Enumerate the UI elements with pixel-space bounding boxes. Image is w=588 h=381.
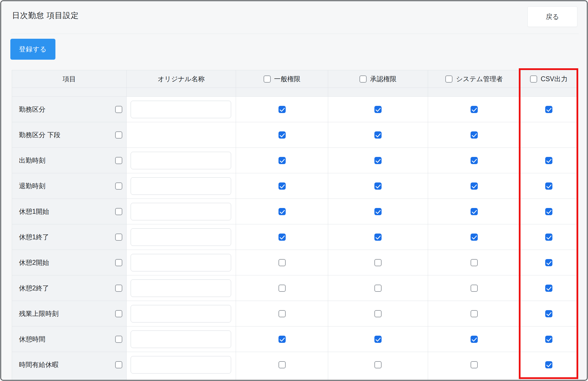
csv-output-checkbox[interactable] <box>545 285 552 292</box>
approval-permission-checkbox[interactable] <box>374 234 382 241</box>
csv-output-cell <box>521 97 577 122</box>
row-select-checkbox[interactable] <box>115 157 122 164</box>
csv-output-checkbox[interactable] <box>545 336 552 343</box>
original-name-input[interactable] <box>131 254 231 271</box>
approval-permission-checkbox[interactable] <box>374 259 382 266</box>
general-permission-checkbox[interactable] <box>278 336 286 343</box>
item-label: 時間有給休暇 <box>19 360 59 369</box>
csv-output-checkbox[interactable] <box>545 157 552 164</box>
table-row: 時間有給休暇 <box>12 352 577 378</box>
general-permission-checkbox[interactable] <box>278 208 286 215</box>
row-select-checkbox[interactable] <box>115 285 122 292</box>
original-name-input[interactable] <box>131 177 231 195</box>
system-admin-checkbox[interactable] <box>471 361 478 368</box>
system-admin-checkbox[interactable] <box>471 285 478 292</box>
system-admin-checkbox[interactable] <box>471 259 478 266</box>
csv-output-checkbox[interactable] <box>545 259 552 266</box>
original-name-input[interactable] <box>131 101 231 118</box>
system-admin-checkbox[interactable] <box>471 131 478 139</box>
system-admin-checkbox[interactable] <box>471 310 478 317</box>
system-admin-checkbox[interactable] <box>471 234 478 241</box>
row-select-checkbox[interactable] <box>115 234 122 241</box>
general-permission-checkbox[interactable] <box>278 234 286 241</box>
item-cell: 休憩1開始 <box>12 199 127 224</box>
row-select-checkbox[interactable] <box>115 361 122 368</box>
general-permission-checkbox[interactable] <box>278 106 286 113</box>
item-label: 残業上限時刻 <box>19 309 59 318</box>
approval-permission-checkbox[interactable] <box>374 285 382 292</box>
item-cell: 勤務区分 <box>12 97 127 122</box>
system-admin-checkbox[interactable] <box>471 182 478 190</box>
item-label: 休憩2終了 <box>19 284 49 293</box>
approval-permission-checkbox[interactable] <box>374 208 382 215</box>
general-permission-checkbox[interactable] <box>278 285 286 292</box>
original-name-input[interactable] <box>131 203 231 220</box>
system-admin-checkbox[interactable] <box>471 208 478 215</box>
system-admin-checkbox[interactable] <box>471 336 478 343</box>
original-name-input[interactable] <box>131 279 231 297</box>
row-select-checkbox[interactable] <box>115 259 122 266</box>
csv-output-cell <box>521 148 577 173</box>
table-row: 残業上限時刻 <box>12 301 577 326</box>
row-select-checkbox[interactable] <box>115 336 122 343</box>
original-name-input[interactable] <box>131 228 231 246</box>
row-select-checkbox[interactable] <box>115 310 122 317</box>
row-select-checkbox[interactable] <box>115 208 122 215</box>
approval-permission-checkbox[interactable] <box>374 157 382 164</box>
item-cell: 休憩1終了 <box>12 224 127 250</box>
system-admin-checkbox[interactable] <box>471 157 478 164</box>
original-name-input[interactable] <box>131 152 231 169</box>
approval-permission-cell <box>328 250 428 275</box>
csv-output-cell <box>521 173 577 199</box>
table-row: 休憩時間 <box>12 326 577 352</box>
approval-permission-checkbox[interactable] <box>374 361 382 368</box>
csv-output-checkbox[interactable] <box>545 361 552 368</box>
general-permission-cell <box>236 224 328 250</box>
approval-permission-checkbox[interactable] <box>374 310 382 317</box>
row-select-checkbox[interactable] <box>115 182 122 190</box>
system-admin-checkbox[interactable] <box>471 106 478 113</box>
select-all-sysadmin-checkbox[interactable] <box>445 75 452 83</box>
approval-permission-checkbox[interactable] <box>374 182 382 190</box>
general-permission-checkbox[interactable] <box>278 361 286 368</box>
original-name-input[interactable] <box>131 356 231 374</box>
approval-permission-checkbox[interactable] <box>374 336 382 343</box>
original-name-cell <box>127 148 236 173</box>
general-permission-checkbox[interactable] <box>278 310 286 317</box>
register-button[interactable]: 登録する <box>10 39 55 60</box>
csv-output-checkbox[interactable] <box>545 182 552 190</box>
column-header-general-permission: 一般権限 <box>236 70 328 88</box>
select-all-csv-checkbox[interactable] <box>530 75 537 83</box>
item-label: 休憩2開始 <box>19 258 49 267</box>
table-row: 退勤時刻 <box>12 173 577 199</box>
select-all-general-checkbox[interactable] <box>264 75 271 83</box>
table-row: 休憩1開始 <box>12 199 577 224</box>
row-select-checkbox[interactable] <box>115 106 122 113</box>
general-permission-checkbox[interactable] <box>278 259 286 266</box>
csv-output-checkbox[interactable] <box>545 234 552 241</box>
csv-output-checkbox[interactable] <box>545 106 552 113</box>
general-permission-checkbox[interactable] <box>278 131 286 139</box>
back-button[interactable]: 戻る <box>527 6 577 27</box>
table-row: 勤務区分 下段 <box>12 122 577 148</box>
csv-output-checkbox[interactable] <box>545 208 552 215</box>
csv-output-cell <box>521 301 577 326</box>
general-permission-cell <box>236 326 328 352</box>
column-header-label: 一般権限 <box>274 75 301 83</box>
general-permission-cell <box>236 148 328 173</box>
column-header-approval-permission: 承認権限 <box>328 70 428 88</box>
general-permission-checkbox[interactable] <box>278 182 286 190</box>
column-header-label: 承認権限 <box>370 75 396 83</box>
approval-permission-checkbox[interactable] <box>374 106 382 113</box>
system-admin-cell <box>428 275 521 301</box>
table-row: 休憩1終了 <box>12 224 577 250</box>
row-select-checkbox[interactable] <box>115 131 122 139</box>
item-label: 休憩1終了 <box>19 233 49 242</box>
approval-permission-checkbox[interactable] <box>374 131 382 139</box>
select-all-approval-checkbox[interactable] <box>359 75 367 83</box>
general-permission-checkbox[interactable] <box>278 157 286 164</box>
csv-output-checkbox[interactable] <box>545 310 552 317</box>
original-name-input[interactable] <box>131 305 231 322</box>
original-name-cell <box>127 97 236 122</box>
original-name-input[interactable] <box>131 331 231 348</box>
